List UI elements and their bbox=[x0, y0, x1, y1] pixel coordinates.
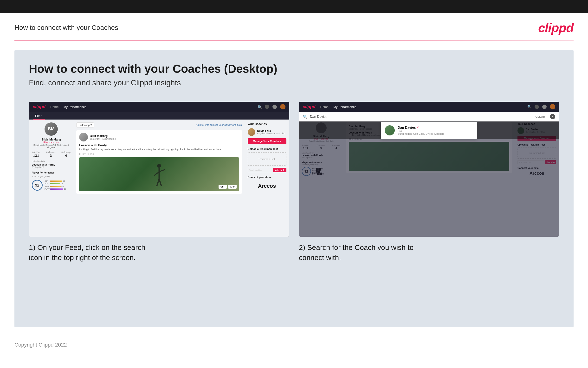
page-subheading: Find, connect and share your Clippd insi… bbox=[29, 78, 559, 87]
step-1-text: 1) On your Feed, click on the search ico… bbox=[29, 242, 289, 263]
profile-club-1: Royal North Devon Golf Club, United King… bbox=[32, 144, 70, 149]
feed-avatar-1 bbox=[79, 133, 88, 141]
app-nav-2: clippd Home My Performance 🔍 bbox=[299, 102, 559, 112]
stat-following-label-1: Following bbox=[61, 151, 70, 154]
search-icon-1[interactable]: 🔍 bbox=[257, 105, 261, 109]
search-clear-btn[interactable]: CLEAR bbox=[535, 115, 545, 118]
feed-tab-1[interactable]: Feed bbox=[33, 112, 45, 120]
page-heading: How to connect with your Coaches (Deskto… bbox=[29, 62, 559, 75]
app-body-1: BM Blair McHarg Plus Handicap Royal Nort… bbox=[29, 120, 289, 237]
trackman-input-row-1: Trackman Link Add Link bbox=[248, 168, 286, 172]
control-link-1[interactable]: Control who can see your activity and da… bbox=[196, 124, 242, 126]
golfer-svg-1 bbox=[149, 162, 169, 191]
stat-followers-1: Followers 3 bbox=[46, 151, 56, 158]
header-divider bbox=[14, 40, 574, 40]
feed-card-1: Blair McHarg Yesterday · Sunningdale Les… bbox=[76, 130, 242, 194]
app-nav-1: clippd Home My Performance 🔍 bbox=[29, 102, 289, 112]
feed-card-text-1: Looking to feel like my hands are exitin… bbox=[79, 148, 239, 151]
following-btn-1[interactable]: Following ▾ bbox=[76, 122, 94, 128]
add-link-btn-1[interactable]: Add Link bbox=[273, 168, 286, 172]
search-bar-row: 🔍 Dan Davies CLEAR × bbox=[299, 112, 559, 121]
feed-image-1: OFF APP bbox=[79, 157, 239, 191]
screenshot-2-block: clippd Home My Performance 🔍 🔍 Dan Davie… bbox=[299, 102, 559, 263]
search-icon-overlay: 🔍 bbox=[303, 114, 307, 119]
coach-name-1: David Ford bbox=[257, 129, 285, 132]
nav-my-performance-2[interactable]: My Performance bbox=[333, 105, 356, 109]
score-circle-1: 92 bbox=[32, 180, 43, 191]
chevron-down-icon-1: ▾ bbox=[90, 123, 92, 127]
profile-name-1: Blair McHarg bbox=[32, 138, 70, 141]
trackman-placeholder-1: Trackman Link bbox=[248, 152, 286, 166]
avatar-icon-2[interactable] bbox=[550, 104, 555, 110]
arccos-logo-1: Arccos bbox=[248, 181, 286, 192]
perf-title-1: Player Performance bbox=[32, 171, 70, 174]
search-icon-2[interactable]: 🔍 bbox=[527, 105, 531, 109]
screenshot-2: clippd Home My Performance 🔍 🔍 Dan Davie… bbox=[299, 102, 559, 237]
stats-row-1: Activities 131 Followers 3 Following 4 bbox=[32, 151, 70, 158]
feed-btn-app-1[interactable]: APP bbox=[228, 185, 237, 189]
stat-activities-label-1: Activities bbox=[32, 151, 40, 154]
search-close-btn[interactable]: × bbox=[550, 114, 555, 119]
score-bars-1: OTT90 APP85 ARG86 PUTT96 bbox=[44, 180, 66, 191]
user-icon-2[interactable] bbox=[535, 105, 539, 109]
feed-tab-bar-1: Feed bbox=[29, 112, 289, 120]
settings-icon-1[interactable] bbox=[272, 105, 277, 109]
following-row-1: Following ▾ Control who can see your act… bbox=[76, 122, 242, 128]
profile-avatar-1: BM bbox=[44, 122, 58, 136]
app-sidebar-1: BM Blair McHarg Plus Handicap Royal Nort… bbox=[29, 120, 73, 237]
feed-card-title-1: Lesson with Fordy bbox=[79, 143, 239, 147]
nav-home-2[interactable]: Home bbox=[320, 105, 329, 109]
nav-home-1[interactable]: Home bbox=[50, 105, 59, 109]
following-label-1: Following bbox=[79, 124, 89, 127]
stat-followers-label-1: Followers bbox=[46, 151, 56, 154]
screenshot-1-block: clippd Home My Performance 🔍 Feed bbox=[29, 102, 289, 263]
coach-card-1: David Ford Royal North Devon Golf Club bbox=[248, 128, 286, 136]
feed-card-header-1: Blair McHarg Yesterday · Sunningdale bbox=[79, 133, 239, 141]
coaches-title-1: Your Coaches bbox=[248, 122, 286, 126]
copyright: Copyright Clippd 2022 bbox=[14, 342, 67, 348]
latest-activity-label-1: Latest Activity bbox=[32, 160, 70, 162]
upload-title-1: Upload a Trackman Test bbox=[248, 147, 286, 150]
header: How to connect with your Coaches clippd bbox=[0, 13, 588, 40]
result-club: Sunningdale Golf Club, United Kingdom bbox=[398, 132, 444, 135]
stat-following-1: Following 4 bbox=[61, 151, 70, 158]
result-avatar bbox=[385, 125, 395, 135]
player-performance-1: Player Performance Total Player Quality … bbox=[32, 171, 70, 191]
stat-activities-1: Activities 131 bbox=[32, 151, 40, 158]
step-2-text: 2) Search for the Coach you wish to conn… bbox=[299, 242, 559, 263]
app-nav-logo-2: clippd bbox=[303, 104, 316, 110]
activity-name-1: Lesson with Fordy bbox=[32, 163, 70, 166]
svg-line-4 bbox=[157, 179, 159, 186]
screenshots-row: clippd Home My Performance 🔍 Feed bbox=[29, 102, 559, 263]
trackman-input-1[interactable]: Trackman Link bbox=[248, 168, 272, 172]
search-result-card[interactable]: Dan Davies ✓ Pro Sunningdale Golf Club, … bbox=[381, 122, 477, 139]
screenshot-1: clippd Home My Performance 🔍 Feed bbox=[29, 102, 289, 237]
feed-card-name-1: Blair McHarg bbox=[90, 134, 116, 138]
profile-subtitle-1: Plus Handicap bbox=[32, 141, 70, 144]
activity-date-1: 03 Aug 2022 bbox=[32, 166, 70, 168]
footer: Copyright Clippd 2022 bbox=[0, 337, 588, 353]
feed-btn-off-1[interactable]: OFF bbox=[219, 185, 227, 189]
connect-title-1: Connect your data bbox=[248, 176, 286, 179]
perf-subtitle-1: Total Player Quality bbox=[32, 175, 70, 178]
stat-activities-value-1: 131 bbox=[32, 154, 40, 158]
feed-image-overlay-1: OFF APP bbox=[219, 185, 237, 189]
svg-line-3 bbox=[159, 169, 165, 172]
header-title: How to connect with your Coaches bbox=[14, 24, 118, 32]
app-nav-logo-1: clippd bbox=[33, 104, 45, 110]
nav-my-performance-1[interactable]: My Performance bbox=[63, 105, 86, 109]
coach-club-1: Royal North Devon Golf Club bbox=[257, 132, 285, 135]
user-icon-1[interactable] bbox=[265, 105, 269, 109]
stat-following-value-1: 4 bbox=[61, 154, 70, 158]
main-content: How to connect with your Coaches (Deskto… bbox=[14, 50, 574, 327]
manage-coaches-btn-1[interactable]: Manage Your Coaches bbox=[248, 138, 286, 144]
app-main-1: Following ▾ Control who can see your act… bbox=[73, 120, 245, 237]
avatar-icon-1[interactable] bbox=[280, 104, 285, 110]
app-nav-icons-2: 🔍 bbox=[527, 104, 555, 110]
app-right-1: Your Coaches David Ford Royal North Devo… bbox=[245, 120, 289, 237]
settings-icon-2[interactable] bbox=[542, 105, 547, 109]
app-nav-icons-1: 🔍 bbox=[257, 104, 285, 110]
search-overlay: 🔍 Dan Davies CLEAR × Dan Davies ✓ bbox=[299, 112, 559, 139]
top-bar bbox=[0, 0, 588, 13]
search-input-display[interactable]: Dan Davies bbox=[310, 115, 533, 119]
